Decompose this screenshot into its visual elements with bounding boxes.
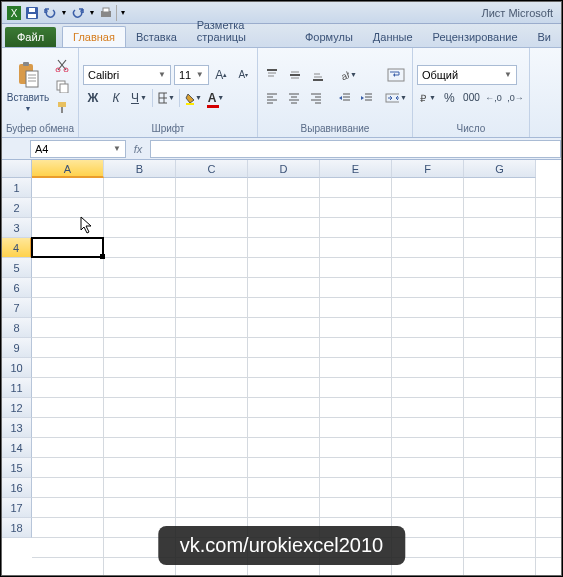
paste-button[interactable]: Вставить ▼ bbox=[6, 60, 50, 112]
font-name-combo[interactable]: Calibri▼ bbox=[83, 65, 171, 85]
svg-rect-9 bbox=[26, 71, 38, 87]
redo-icon[interactable] bbox=[70, 5, 86, 21]
font-size-combo[interactable]: 11▼ bbox=[174, 65, 209, 85]
tab-file[interactable]: Файл bbox=[5, 27, 56, 47]
group-number-label: Число bbox=[417, 122, 525, 135]
align-middle-icon[interactable] bbox=[285, 65, 305, 85]
decrease-font-icon[interactable]: A▾ bbox=[234, 65, 253, 85]
wrap-text-icon[interactable] bbox=[384, 65, 408, 85]
svg-rect-16 bbox=[60, 84, 68, 93]
align-top-icon[interactable] bbox=[262, 65, 282, 85]
column-header[interactable]: F bbox=[392, 160, 464, 178]
paste-dropdown-icon: ▼ bbox=[25, 105, 32, 112]
ribbon: Вставить ▼ Буфер обмена Calibri▼ 11▼ A bbox=[2, 48, 561, 138]
select-all-corner[interactable] bbox=[2, 160, 32, 178]
svg-rect-22 bbox=[186, 103, 194, 105]
tab-page-layout[interactable]: Разметка страницы bbox=[187, 15, 295, 47]
number-format-combo[interactable]: Общий▼ bbox=[417, 65, 517, 85]
borders-icon[interactable]: ▼ bbox=[156, 88, 176, 108]
bold-button[interactable]: Ж bbox=[83, 88, 103, 108]
align-center-icon[interactable] bbox=[284, 88, 303, 108]
row-header[interactable]: 14 bbox=[2, 438, 32, 458]
italic-button[interactable]: К bbox=[106, 88, 126, 108]
accounting-format-icon[interactable]: ₽▼ bbox=[417, 88, 437, 108]
group-alignment-label: Выравнивание bbox=[262, 122, 408, 135]
row-header[interactable]: 1 bbox=[2, 178, 32, 198]
paste-icon bbox=[12, 60, 44, 90]
tab-view[interactable]: Ви bbox=[528, 27, 561, 47]
undo-dropdown-icon[interactable]: ▼ bbox=[60, 5, 68, 21]
name-box-value: A4 bbox=[35, 143, 48, 155]
align-bottom-icon[interactable] bbox=[308, 65, 328, 85]
increase-decimal-icon[interactable]: ←,0 bbox=[484, 88, 503, 108]
row-header[interactable]: 16 bbox=[2, 478, 32, 498]
row-headers: 123456789101112131415161718 bbox=[2, 178, 32, 575]
fx-icon[interactable]: fx bbox=[126, 143, 150, 155]
column-header[interactable]: G bbox=[464, 160, 536, 178]
align-left-icon[interactable] bbox=[262, 88, 281, 108]
column-header[interactable]: A bbox=[32, 160, 104, 178]
tab-data[interactable]: Данные bbox=[363, 27, 423, 47]
print-preview-icon[interactable] bbox=[98, 5, 114, 21]
row-header[interactable]: 6 bbox=[2, 278, 32, 298]
tab-review[interactable]: Рецензирование bbox=[423, 27, 528, 47]
format-painter-icon[interactable] bbox=[53, 98, 71, 116]
row-header[interactable]: 18 bbox=[2, 518, 32, 538]
fill-color-icon[interactable]: ▼ bbox=[183, 88, 203, 108]
excel-icon[interactable]: X bbox=[6, 5, 22, 21]
group-alignment: ab▼ ▼ Выравнивание bbox=[258, 48, 413, 137]
formula-input[interactable] bbox=[150, 140, 561, 158]
column-header[interactable]: C bbox=[176, 160, 248, 178]
paste-label: Вставить bbox=[7, 92, 49, 103]
row-header[interactable]: 11 bbox=[2, 378, 32, 398]
column-header[interactable]: E bbox=[320, 160, 392, 178]
font-name-value: Calibri bbox=[88, 69, 119, 81]
group-clipboard-label: Буфер обмена bbox=[6, 122, 74, 135]
undo-icon[interactable] bbox=[42, 5, 58, 21]
group-font: Calibri▼ 11▼ A▴ A▾ Ж К Ч▼ ▼ ▼ A▼ bbox=[79, 48, 258, 137]
chevron-down-icon: ▼ bbox=[158, 70, 166, 79]
decrease-indent-icon[interactable] bbox=[335, 88, 354, 108]
row-header[interactable]: 12 bbox=[2, 398, 32, 418]
name-box[interactable]: A4▼ bbox=[30, 140, 126, 158]
align-right-icon[interactable] bbox=[306, 88, 325, 108]
column-headers: ABCDEFG bbox=[2, 160, 561, 178]
tab-insert[interactable]: Вставка bbox=[126, 27, 187, 47]
row-header[interactable]: 5 bbox=[2, 258, 32, 278]
percent-icon[interactable]: % bbox=[440, 88, 459, 108]
underline-button[interactable]: Ч▼ bbox=[129, 88, 149, 108]
svg-rect-17 bbox=[58, 102, 66, 107]
row-header[interactable]: 3 bbox=[2, 218, 32, 238]
save-icon[interactable] bbox=[24, 5, 40, 21]
font-size-value: 11 bbox=[179, 69, 191, 81]
active-cell[interactable] bbox=[31, 237, 104, 258]
orientation-icon[interactable]: ab▼ bbox=[338, 65, 358, 85]
row-header[interactable]: 13 bbox=[2, 418, 32, 438]
row-header[interactable]: 10 bbox=[2, 358, 32, 378]
row-header[interactable]: 15 bbox=[2, 458, 32, 478]
tab-home[interactable]: Главная bbox=[62, 26, 126, 47]
redo-dropdown-icon[interactable]: ▼ bbox=[88, 5, 96, 21]
font-color-icon[interactable]: A▼ bbox=[206, 88, 226, 108]
group-clipboard: Вставить ▼ Буфер обмена bbox=[2, 48, 79, 137]
comma-style-icon[interactable]: 000 bbox=[462, 88, 481, 108]
merge-center-icon[interactable]: ▼ bbox=[384, 88, 408, 108]
row-header[interactable]: 8 bbox=[2, 318, 32, 338]
fill-handle[interactable] bbox=[100, 254, 105, 259]
copy-icon[interactable] bbox=[53, 77, 71, 95]
document-title: Лист Microsoft bbox=[481, 7, 553, 19]
row-header[interactable]: 9 bbox=[2, 338, 32, 358]
qat-customize-icon[interactable]: ▾ bbox=[116, 5, 126, 21]
cells-area[interactable] bbox=[32, 178, 561, 575]
increase-indent-icon[interactable] bbox=[358, 88, 377, 108]
row-header[interactable]: 17 bbox=[2, 498, 32, 518]
column-header[interactable]: D bbox=[248, 160, 320, 178]
column-header[interactable]: B bbox=[104, 160, 176, 178]
cut-icon[interactable] bbox=[53, 56, 71, 74]
decrease-decimal-icon[interactable]: ,0→ bbox=[506, 88, 525, 108]
increase-font-icon[interactable]: A▴ bbox=[212, 65, 231, 85]
row-header[interactable]: 2 bbox=[2, 198, 32, 218]
row-header[interactable]: 4 bbox=[2, 238, 32, 258]
row-header[interactable]: 7 bbox=[2, 298, 32, 318]
tab-formulas[interactable]: Формулы bbox=[295, 27, 363, 47]
